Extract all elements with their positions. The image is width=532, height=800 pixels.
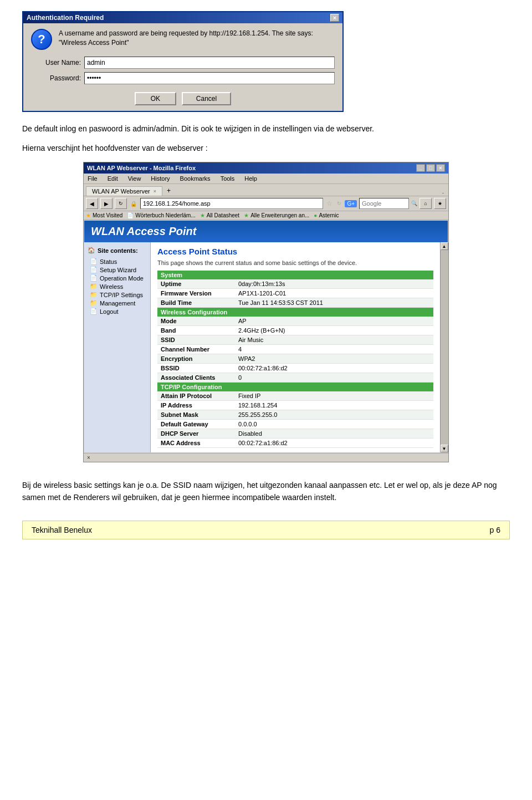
- menu-file[interactable]: File: [86, 175, 99, 182]
- table-row: Uptime 0day:0h:13m:13s: [157, 279, 433, 289]
- ap-header: WLAN Access Point: [84, 221, 448, 242]
- auth-titlebar: Authentication Required ×: [23, 12, 342, 23]
- bssid-label: BSSID: [157, 364, 235, 373]
- mode-label: Mode: [157, 317, 235, 326]
- address-icon: 🔒: [130, 201, 137, 207]
- nav-reload-button[interactable]: ↻: [115, 198, 127, 209]
- browser-tab-active[interactable]: WLAN AP Webserver ×: [86, 186, 162, 196]
- table-row: SSID Air Music: [157, 335, 433, 345]
- ap-sidebar: 🏠 Site contents: 📄 Status 📄 Setup Wizard…: [84, 242, 151, 452]
- menu-edit[interactable]: Edit: [106, 175, 120, 182]
- table-row: Associated Clients 0: [157, 373, 433, 383]
- tab-close-icon[interactable]: ×: [154, 188, 156, 194]
- subnet-label: Subnet Mask: [157, 410, 235, 420]
- sidebar-item-tcpip[interactable]: 📁 TCP/IP Settings: [88, 291, 147, 299]
- bottom-text: Bij de wireless basic settings kan je o.…: [22, 479, 510, 504]
- menu-view[interactable]: View: [126, 175, 143, 182]
- nav-home-button[interactable]: ⌂: [420, 198, 432, 209]
- status-page-icon: 📄: [90, 258, 98, 265]
- attain-ip-label: Attain IP Protocol: [157, 391, 235, 401]
- most-visited-icon: ★: [86, 212, 91, 218]
- search-input[interactable]: [359, 198, 409, 209]
- sidebar-item-status[interactable]: 📄 Status: [88, 257, 147, 266]
- auth-close-button[interactable]: ×: [330, 14, 339, 22]
- nav-forward-button[interactable]: ▶: [100, 198, 112, 209]
- scrollbar-down-button[interactable]: ▼: [441, 445, 448, 452]
- browser-close-button[interactable]: ×: [436, 164, 445, 172]
- toolbar-erweiterungen[interactable]: ★ Alle Erweiterungen an...: [244, 212, 309, 218]
- menu-history[interactable]: History: [149, 175, 171, 182]
- browser-titlebar: WLAN AP Webserver - Mozilla Firefox _ □ …: [84, 162, 448, 174]
- ap-scrollbar: ▲ ▼: [440, 242, 448, 452]
- ap-description: This page shows the current status and s…: [157, 259, 433, 266]
- auth-dialog: Authentication Required × ? A username a…: [22, 11, 344, 112]
- address-bar-input[interactable]: [140, 198, 323, 209]
- footer-page: p 6: [490, 526, 500, 534]
- ap-content: 🏠 Site contents: 📄 Status 📄 Setup Wizard…: [84, 242, 448, 452]
- browser-addressbar: ◀ ▶ ↻ 🔒 ☆ ↻ G+ 🔍 ⌂ ★: [84, 196, 448, 211]
- table-row: Mode AP: [157, 317, 433, 326]
- nav-back-button[interactable]: ◀: [86, 198, 98, 209]
- new-tab-button[interactable]: +: [162, 186, 175, 196]
- wireless-header-cell: Wireless Configuration: [157, 308, 433, 317]
- channel-value: 4: [235, 345, 433, 354]
- tcpip-section-header: TCP/IP Configuration: [157, 383, 433, 392]
- system-header-cell: System: [157, 271, 433, 279]
- auth-fields: User Name: Password:: [31, 57, 335, 84]
- body-text-1: De default inlog en paswoord is admin/ad…: [22, 123, 510, 135]
- auth-dialog-title: Authentication Required: [27, 14, 104, 22]
- cancel-button[interactable]: Cancel: [182, 92, 231, 105]
- address-star-icon[interactable]: ☆: [326, 200, 332, 207]
- scrollbar-up-button[interactable]: ▲: [441, 242, 448, 250]
- reload-icon[interactable]: ↻: [337, 201, 341, 206]
- browser-bookmarks-bar: ★ Most Visited 📄 Wörterbuch Niederläm...…: [84, 211, 448, 220]
- ssid-label: SSID: [157, 335, 235, 345]
- sidebar-item-wireless[interactable]: 📁 Wireless: [88, 282, 147, 291]
- attain-ip-value: Fixed IP: [235, 391, 433, 401]
- password-label: Password:: [31, 74, 81, 82]
- ap-header-title: WLAN Access Point: [91, 225, 196, 237]
- table-row: Firmware Version AP1X1-1201-C01: [157, 289, 433, 298]
- nav-bookmark-button[interactable]: ★: [434, 198, 446, 209]
- sidebar-home-icon: 🏠: [88, 247, 95, 254]
- wireless-folder-icon: 📁: [90, 283, 98, 290]
- logout-page-icon: 📄: [90, 308, 98, 315]
- dhcp-value: Disabled: [235, 429, 433, 439]
- ap-main: Access Point Status This page shows the …: [151, 242, 440, 452]
- auth-message-text: A username and password are being reques…: [59, 29, 335, 48]
- sidebar-item-operation-mode[interactable]: 📄 Operation Mode: [88, 274, 147, 282]
- search-icon[interactable]: 🔍: [411, 201, 417, 206]
- menu-tools[interactable]: Tools: [219, 175, 237, 182]
- sidebar-item-management[interactable]: 📁 Management: [88, 299, 147, 307]
- ok-button[interactable]: OK: [135, 92, 176, 105]
- encryption-value: WPA2: [235, 354, 433, 364]
- toolbar-asternic[interactable]: ● Asternic: [314, 212, 339, 218]
- username-input[interactable]: [84, 57, 335, 69]
- statusbar-text: ×: [87, 455, 90, 461]
- footer-company: Teknihall Benelux: [32, 526, 92, 534]
- table-row: Encryption WPA2: [157, 354, 433, 364]
- gateway-value: 0.0.0.0: [235, 420, 433, 429]
- sidebar-item-setup-wizard[interactable]: 📄 Setup Wizard: [88, 266, 147, 274]
- table-row: Default Gateway 0.0.0.0: [157, 420, 433, 429]
- datasheet-icon: ★: [200, 212, 205, 218]
- band-label: Band: [157, 326, 235, 335]
- asternic-icon: ●: [314, 212, 317, 218]
- auth-message-row: ? A username and password are being requ…: [31, 29, 335, 50]
- browser-minimize-button[interactable]: _: [416, 164, 425, 172]
- sidebar-item-logout[interactable]: 📄 Logout: [88, 307, 147, 315]
- scrollbar-track[interactable]: [441, 250, 448, 445]
- browser-maximize-button[interactable]: □: [426, 164, 435, 172]
- toolbar-worterbuch[interactable]: 📄 Wörterbuch Niederläm...: [127, 212, 195, 218]
- mode-value: AP: [235, 317, 433, 326]
- assoc-clients-label: Associated Clients: [157, 373, 235, 383]
- table-row: IP Address 192.168.1.254: [157, 401, 433, 410]
- browser-titlebar-buttons: _ □ ×: [416, 164, 445, 172]
- menu-help[interactable]: Help: [243, 175, 259, 182]
- toolbar-datasheet[interactable]: ★ All Datasheet: [200, 212, 239, 218]
- mac-value: 00:02:72:a1:86:d2: [235, 439, 433, 448]
- toolbar-most-visited[interactable]: ★ Most Visited: [86, 212, 122, 218]
- menu-bookmarks[interactable]: Bookmarks: [178, 175, 212, 182]
- auth-buttons: OK Cancel: [31, 92, 335, 105]
- password-input[interactable]: [84, 72, 335, 84]
